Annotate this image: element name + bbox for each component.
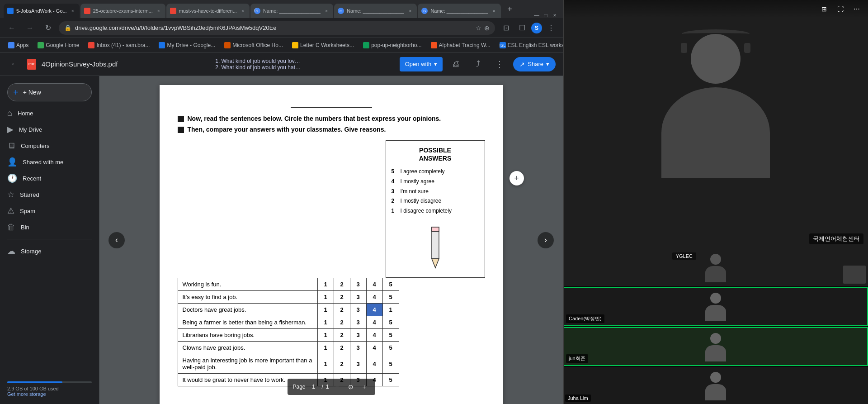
zoom-out-button[interactable]: − [332,381,343,392]
new-plus-icon: + [13,87,19,98]
headset-right-cup [744,43,750,53]
tab-2-favicon [84,8,90,14]
tab-3[interactable]: must-vs-have-to-differen... × [166,4,250,18]
bookmark-letter-c[interactable]: Letter C Worksheets... [288,41,358,49]
tab-6[interactable]: G Name: _______________ × [418,4,500,18]
bookmark-apps[interactable]: Apps [5,41,32,49]
share-button[interactable]: ↗ Share ▾ [513,57,556,71]
page-number-input[interactable] [308,384,319,390]
get-storage-button[interactable]: Get more storage [7,391,92,397]
tab-4[interactable]: G Name: _______________ × [250,4,333,18]
more-options-drive-button[interactable]: ⋮ [491,56,508,72]
num-cell: 5 [382,291,399,304]
tab-1[interactable]: 5-JobsAndWork - Go... × [4,4,80,18]
video-controls-top: ⊞ ⛶ ⋯ [563,0,868,18]
google-home-favicon [38,42,44,48]
tab-6-close[interactable]: × [491,8,497,14]
open-in-new-button[interactable]: ⤴ [470,56,486,72]
more-options-icon[interactable]: ⋮ [544,21,558,35]
bookmark-star-icon[interactable]: ☆ [476,24,481,32]
meeting-label: YGLEC [672,252,696,260]
address-bar[interactable]: 🔒 drive.google.com/drive/u/0/folders/1vv… [59,21,495,35]
video-grid-icon[interactable]: ⊞ [817,2,831,16]
sidebar-item-storage[interactable]: ☁ Storage [0,243,92,259]
print-button[interactable]: 🖨 [448,56,464,72]
sidebar-item-shared[interactable]: 👤 Shared with me [0,154,92,170]
tab-5-label: Name: _______________ [347,8,404,14]
refresh-button[interactable]: ↻ [41,21,55,35]
share-chevron-icon: ▾ [546,61,549,67]
answer-text-3: I'm not sure [401,187,429,197]
pdf-instruction-1-text: Now, read the sentences below. Circle th… [188,115,441,122]
pdf-prev-page-button[interactable]: ‹ [108,232,125,248]
open-with-label: Open with [405,61,432,67]
file-title: 4OpinionSurvey-Jobs.pdf [42,60,118,68]
cast-icon[interactable]: ⊡ [499,21,513,35]
p1-thumbnail [843,266,866,284]
sidebar-item-computers[interactable]: 🖥 Computers [0,138,92,154]
back-nav-button[interactable]: ← [5,21,19,35]
bookmark-my-drive[interactable]: My Drive - Google... [155,41,219,49]
tab-4-close[interactable]: × [323,8,330,14]
extensions-icon[interactable]: ⊕ [484,24,490,32]
tab-5[interactable]: G Name: _______________ × [334,4,417,18]
new-tab-button[interactable]: + [504,3,516,15]
num-cell: 1 [317,342,334,354]
page-separator: / [322,384,323,390]
possible-answers-title: POSSIBLEANSWERS [392,146,479,162]
open-with-button[interactable]: Open with ▾ [400,57,443,71]
tab-2[interactable]: 25-octubre-exams-interm... × [80,4,165,18]
forward-nav-button[interactable]: → [23,21,37,35]
num-cell: 3 [350,304,366,316]
sidebar-item-recent[interactable]: 🕐 Recent [0,170,92,186]
minimize-button[interactable]: — [534,13,539,18]
tab-3-label: must-vs-have-to-differen... [179,8,237,14]
answer-num-4: 4 [392,177,397,187]
bookmark-ms-office[interactable]: Microsoft Office Ho... [221,41,287,49]
video-fullscreen-icon[interactable]: ⛶ [834,2,847,16]
add-annotation-button[interactable]: + [509,171,524,185]
statement-cell: It's easy to find a job. [178,291,317,304]
svg-marker-2 [432,259,439,268]
screenshot-icon[interactable]: ☐ [515,21,529,35]
profile-icon[interactable]: S [531,23,542,33]
participant-4-label: Juha Lim [565,394,591,402]
zoom-fit-button[interactable]: ⊙ [345,381,356,392]
maximize-button[interactable]: □ [543,13,548,18]
close-button[interactable]: × [552,13,557,18]
num-cell: 5 [382,278,399,291]
zoom-in-button[interactable]: + [359,381,370,392]
num-cell: 4 [366,342,382,354]
tab-3-close[interactable]: × [240,8,246,14]
drive-back-button[interactable]: ← [7,57,22,71]
video-more-icon[interactable]: ⋯ [850,2,863,16]
page-controls: Page / 1 − ⊙ + [287,379,375,395]
bookmark-google-home[interactable]: Google Home [34,41,83,49]
sidebar-item-my-drive[interactable]: ▶ My Drive [0,121,92,138]
browser-window: 5-JobsAndWork - Go... × 25-octubre-exams… [0,0,563,404]
bookmark-inbox[interactable]: Inbox (41) - sam.bra... [85,41,153,49]
bookmark-alphabet[interactable]: Alphabet Tracing W... [427,41,494,49]
sidebar-storage-label: Storage [21,248,42,255]
headset-left-cup [681,43,687,53]
tab-1-close[interactable]: × [70,8,76,14]
pdf-next-page-button[interactable]: › [538,232,554,248]
sidebar-item-bin[interactable]: 🗑 Bin [0,219,92,235]
pdf-table-area: POSSIBLEANSWERS 5 I agree completely 4 I… [178,140,485,395]
answer-item-5: 5 I agree completely [392,167,479,177]
tab-2-close[interactable]: × [156,8,162,14]
opinion-survey-table: Working is fun. 1 2 3 4 5 It's easy to f… [178,278,399,386]
sidebar-item-spam[interactable]: ⚠ Spam [0,203,92,219]
sidebar-item-starred[interactable]: ☆ Starred [0,186,92,203]
bookmark-popup[interactable]: pop-up-neighborho... [359,41,425,49]
p1-body [705,266,726,282]
new-button[interactable]: + + New [7,83,92,101]
ms-office-favicon [224,42,231,48]
lock-icon: 🔒 [64,24,71,31]
starred-icon: ☆ [7,190,14,200]
bookmark-esl[interactable]: ISL ESL English ESL workshe... [496,41,563,49]
sidebar-item-home[interactable]: ⌂ Home [0,105,92,121]
num-cell: 5 [382,342,399,354]
tab-5-close[interactable]: × [407,8,413,14]
table-row: Being a farmer is better than being a fi… [178,316,399,329]
